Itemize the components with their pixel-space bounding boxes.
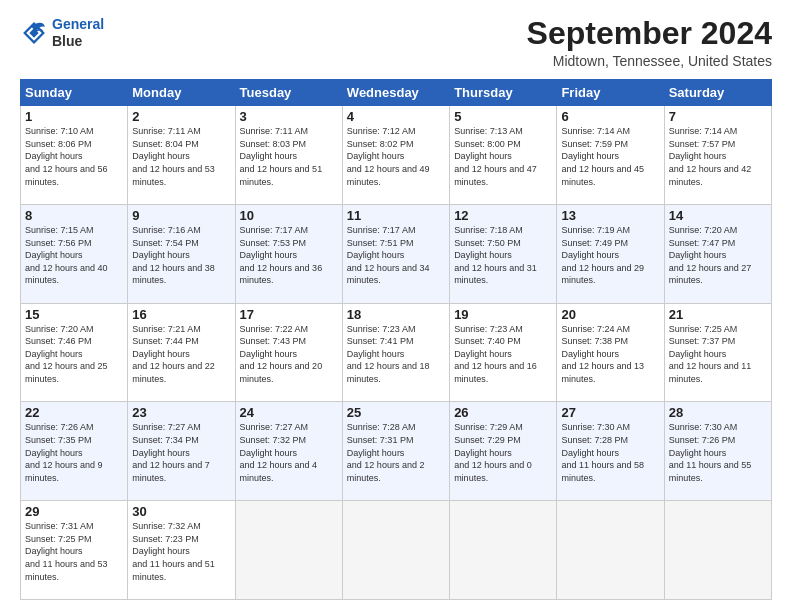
day-number: 7 [669,109,767,124]
day-cell: 28Sunrise: 7:30 AMSunset: 7:26 PMDayligh… [664,402,771,501]
day-cell: 24Sunrise: 7:27 AMSunset: 7:32 PMDayligh… [235,402,342,501]
day-number: 13 [561,208,659,223]
day-info: Sunrise: 7:23 AMSunset: 7:41 PMDaylight … [347,323,445,386]
day-info: Sunrise: 7:13 AMSunset: 8:00 PMDaylight … [454,125,552,188]
day-number: 22 [25,405,123,420]
logo-text: General Blue [52,16,104,50]
day-cell: 30Sunrise: 7:32 AMSunset: 7:23 PMDayligh… [128,501,235,600]
day-info: Sunrise: 7:27 AMSunset: 7:32 PMDaylight … [240,421,338,484]
logo: General Blue [20,16,104,50]
calendar-header-row: Sunday Monday Tuesday Wednesday Thursday… [21,80,772,106]
day-cell: 17Sunrise: 7:22 AMSunset: 7:43 PMDayligh… [235,303,342,402]
day-number: 8 [25,208,123,223]
day-number: 2 [132,109,230,124]
day-cell: 27Sunrise: 7:30 AMSunset: 7:28 PMDayligh… [557,402,664,501]
day-info: Sunrise: 7:26 AMSunset: 7:35 PMDaylight … [25,421,123,484]
day-number: 15 [25,307,123,322]
day-number: 19 [454,307,552,322]
day-info: Sunrise: 7:11 AMSunset: 8:03 PMDaylight … [240,125,338,188]
day-number: 29 [25,504,123,519]
day-number: 4 [347,109,445,124]
page: General Blue September 2024 Midtown, Ten… [0,0,792,612]
title-block: September 2024 Midtown, Tennessee, Unite… [527,16,772,69]
day-info: Sunrise: 7:30 AMSunset: 7:28 PMDaylight … [561,421,659,484]
day-info: Sunrise: 7:10 AMSunset: 8:06 PMDaylight … [25,125,123,188]
day-cell: 1Sunrise: 7:10 AMSunset: 8:06 PMDaylight… [21,106,128,205]
logo-icon [20,19,48,47]
day-info: Sunrise: 7:22 AMSunset: 7:43 PMDaylight … [240,323,338,386]
day-number: 9 [132,208,230,223]
day-cell: 10Sunrise: 7:17 AMSunset: 7:53 PMDayligh… [235,204,342,303]
day-info: Sunrise: 7:14 AMSunset: 7:59 PMDaylight … [561,125,659,188]
day-cell: 5Sunrise: 7:13 AMSunset: 8:00 PMDaylight… [450,106,557,205]
day-info: Sunrise: 7:12 AMSunset: 8:02 PMDaylight … [347,125,445,188]
logo-line2: Blue [52,33,104,50]
day-info: Sunrise: 7:14 AMSunset: 7:57 PMDaylight … [669,125,767,188]
day-cell [342,501,449,600]
day-number: 12 [454,208,552,223]
day-cell: 8Sunrise: 7:15 AMSunset: 7:56 PMDaylight… [21,204,128,303]
day-cell: 23Sunrise: 7:27 AMSunset: 7:34 PMDayligh… [128,402,235,501]
day-number: 17 [240,307,338,322]
day-info: Sunrise: 7:16 AMSunset: 7:54 PMDaylight … [132,224,230,287]
day-cell: 21Sunrise: 7:25 AMSunset: 7:37 PMDayligh… [664,303,771,402]
day-info: Sunrise: 7:31 AMSunset: 7:25 PMDaylight … [25,520,123,583]
day-number: 25 [347,405,445,420]
day-number: 30 [132,504,230,519]
day-info: Sunrise: 7:15 AMSunset: 7:56 PMDaylight … [25,224,123,287]
day-cell: 4Sunrise: 7:12 AMSunset: 8:02 PMDaylight… [342,106,449,205]
day-cell [450,501,557,600]
day-number: 20 [561,307,659,322]
day-info: Sunrise: 7:25 AMSunset: 7:37 PMDaylight … [669,323,767,386]
day-cell: 7Sunrise: 7:14 AMSunset: 7:57 PMDaylight… [664,106,771,205]
col-thursday: Thursday [450,80,557,106]
col-wednesday: Wednesday [342,80,449,106]
day-cell: 2Sunrise: 7:11 AMSunset: 8:04 PMDaylight… [128,106,235,205]
week-row-4: 22Sunrise: 7:26 AMSunset: 7:35 PMDayligh… [21,402,772,501]
day-info: Sunrise: 7:30 AMSunset: 7:26 PMDaylight … [669,421,767,484]
day-info: Sunrise: 7:20 AMSunset: 7:47 PMDaylight … [669,224,767,287]
day-number: 23 [132,405,230,420]
day-cell: 12Sunrise: 7:18 AMSunset: 7:50 PMDayligh… [450,204,557,303]
day-number: 5 [454,109,552,124]
week-row-3: 15Sunrise: 7:20 AMSunset: 7:46 PMDayligh… [21,303,772,402]
day-info: Sunrise: 7:11 AMSunset: 8:04 PMDaylight … [132,125,230,188]
month-title: September 2024 [527,16,772,51]
day-number: 27 [561,405,659,420]
day-number: 26 [454,405,552,420]
day-info: Sunrise: 7:19 AMSunset: 7:49 PMDaylight … [561,224,659,287]
location: Midtown, Tennessee, United States [527,53,772,69]
col-tuesday: Tuesday [235,80,342,106]
day-info: Sunrise: 7:18 AMSunset: 7:50 PMDaylight … [454,224,552,287]
day-number: 16 [132,307,230,322]
day-cell: 20Sunrise: 7:24 AMSunset: 7:38 PMDayligh… [557,303,664,402]
day-number: 21 [669,307,767,322]
day-number: 14 [669,208,767,223]
day-cell: 18Sunrise: 7:23 AMSunset: 7:41 PMDayligh… [342,303,449,402]
day-cell: 22Sunrise: 7:26 AMSunset: 7:35 PMDayligh… [21,402,128,501]
day-cell [664,501,771,600]
day-cell [235,501,342,600]
day-number: 6 [561,109,659,124]
day-cell: 13Sunrise: 7:19 AMSunset: 7:49 PMDayligh… [557,204,664,303]
col-monday: Monday [128,80,235,106]
day-cell: 9Sunrise: 7:16 AMSunset: 7:54 PMDaylight… [128,204,235,303]
day-cell: 25Sunrise: 7:28 AMSunset: 7:31 PMDayligh… [342,402,449,501]
day-info: Sunrise: 7:24 AMSunset: 7:38 PMDaylight … [561,323,659,386]
calendar-table: Sunday Monday Tuesday Wednesday Thursday… [20,79,772,600]
day-info: Sunrise: 7:32 AMSunset: 7:23 PMDaylight … [132,520,230,583]
day-info: Sunrise: 7:28 AMSunset: 7:31 PMDaylight … [347,421,445,484]
day-info: Sunrise: 7:21 AMSunset: 7:44 PMDaylight … [132,323,230,386]
day-cell: 15Sunrise: 7:20 AMSunset: 7:46 PMDayligh… [21,303,128,402]
day-cell: 14Sunrise: 7:20 AMSunset: 7:47 PMDayligh… [664,204,771,303]
day-number: 3 [240,109,338,124]
day-cell: 6Sunrise: 7:14 AMSunset: 7:59 PMDaylight… [557,106,664,205]
day-info: Sunrise: 7:17 AMSunset: 7:51 PMDaylight … [347,224,445,287]
day-cell: 11Sunrise: 7:17 AMSunset: 7:51 PMDayligh… [342,204,449,303]
day-number: 10 [240,208,338,223]
day-info: Sunrise: 7:23 AMSunset: 7:40 PMDaylight … [454,323,552,386]
day-number: 1 [25,109,123,124]
day-info: Sunrise: 7:20 AMSunset: 7:46 PMDaylight … [25,323,123,386]
col-sunday: Sunday [21,80,128,106]
col-saturday: Saturday [664,80,771,106]
